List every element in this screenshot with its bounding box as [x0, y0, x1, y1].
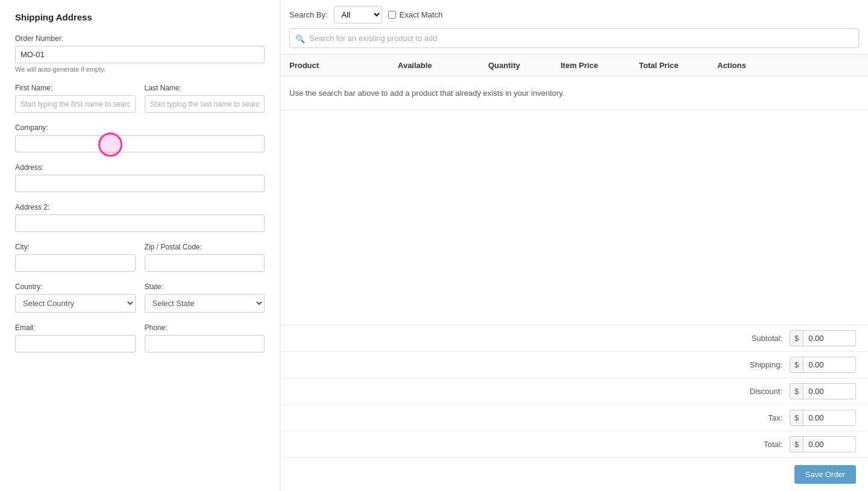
email-input[interactable] [15, 335, 136, 352]
product-table: Product Available Quantity Item Price To… [280, 55, 868, 325]
save-order-row: Save Order [280, 458, 868, 491]
col-product: Product [289, 61, 398, 70]
subtotal-dollar: $ [790, 331, 804, 346]
shipping-address-panel: Shipping Address Order Number: We will a… [0, 0, 280, 491]
col-item-price: Item Price [561, 61, 639, 70]
auto-generate-hint: We will auto-generate if empty. [15, 66, 265, 73]
search-by-label: Search By: [289, 10, 328, 19]
totals-section: Subtotal: $ Shipping: $ Discount: $ Tax:… [280, 325, 868, 491]
save-order-button[interactable]: Save Order [794, 465, 856, 484]
first-name-input[interactable] [15, 95, 136, 113]
state-label: State: [145, 283, 265, 291]
order-number-group: Order Number: We will auto-generate if e… [15, 34, 265, 73]
country-group: Country: Select Country [15, 283, 136, 313]
tax-row: Tax: $ [280, 405, 868, 431]
phone-input[interactable] [145, 335, 265, 352]
discount-input-group: $ [790, 383, 856, 399]
product-panel: Search By: All Exact Match 🔍 Product Ava… [280, 0, 868, 491]
first-name-label: First Name: [15, 84, 136, 92]
shipping-label: Shipping: [734, 360, 782, 369]
product-search-container: 🔍 [289, 28, 859, 48]
address-input[interactable] [15, 175, 265, 192]
search-by-select[interactable]: All [334, 6, 382, 23]
col-total-price: Total Price [639, 61, 717, 70]
shipping-input-group: $ [790, 357, 856, 373]
email-phone-row: Email: Phone: [15, 324, 265, 363]
email-group: Email: [15, 324, 136, 352]
shipping-dollar: $ [790, 357, 804, 372]
exact-match-checkbox[interactable] [388, 11, 396, 19]
total-input[interactable] [804, 437, 846, 452]
city-input[interactable] [15, 254, 136, 272]
total-row: Total: $ [280, 431, 868, 458]
exact-match-row: Exact Match [388, 10, 443, 19]
discount-row: Discount: $ [280, 378, 868, 405]
total-input-group: $ [790, 436, 856, 452]
subtotal-input[interactable] [804, 331, 846, 346]
company-group: Company: [15, 124, 265, 152]
panel-title: Shipping Address [15, 12, 265, 22]
order-number-input[interactable] [15, 46, 265, 63]
phone-group: Phone: [145, 324, 265, 352]
address-label: Address: [15, 163, 265, 172]
city-label: City: [15, 243, 136, 251]
col-actions: Actions [717, 61, 796, 70]
subtotal-row: Subtotal: $ [280, 325, 868, 352]
state-group: State: Select State [145, 283, 265, 313]
address2-label: Address 2: [15, 203, 265, 211]
zip-input[interactable] [145, 254, 265, 272]
search-by-row: Search By: All Exact Match [289, 6, 859, 23]
address2-group: Address 2: [15, 203, 265, 232]
discount-label: Discount: [734, 387, 782, 396]
email-label: Email: [15, 324, 136, 332]
search-toolbar: Search By: All Exact Match 🔍 [280, 0, 868, 55]
company-label: Company: [15, 124, 265, 132]
zip-label: Zip / Postal Code: [145, 243, 265, 251]
col-quantity: Quantity [488, 61, 561, 70]
last-name-group: Last Name: [145, 84, 265, 113]
total-dollar: $ [790, 437, 804, 452]
shipping-input[interactable] [804, 357, 846, 372]
city-zip-row: City: Zip / Postal Code: [15, 243, 265, 283]
last-name-input[interactable] [145, 95, 265, 113]
tax-input[interactable] [804, 410, 846, 425]
total-label: Total: [734, 440, 782, 449]
subtotal-label: Subtotal: [734, 334, 782, 343]
last-name-label: Last Name: [145, 84, 265, 92]
product-search-input[interactable] [289, 28, 859, 48]
shipping-row: Shipping: $ [280, 352, 868, 378]
subtotal-input-group: $ [790, 330, 856, 346]
address2-input[interactable] [15, 214, 265, 232]
phone-label: Phone: [145, 324, 265, 332]
first-name-group: First Name: [15, 84, 136, 113]
search-icon: 🔍 [295, 34, 305, 43]
tax-dollar: $ [790, 410, 804, 425]
country-label: Country: [15, 283, 136, 291]
order-number-label: Order Number: [15, 34, 265, 43]
table-empty-message: Use the search bar above to add a produc… [280, 77, 868, 110]
exact-match-label: Exact Match [400, 10, 443, 19]
name-row: First Name: Last Name: [15, 84, 265, 124]
discount-input[interactable] [804, 384, 846, 399]
col-available: Available [398, 61, 488, 70]
tax-label: Tax: [734, 413, 782, 422]
address-group: Address: [15, 163, 265, 192]
state-select[interactable]: Select State [145, 294, 265, 313]
table-header: Product Available Quantity Item Price To… [280, 55, 868, 77]
tax-input-group: $ [790, 410, 856, 426]
city-group: City: [15, 243, 136, 272]
country-state-row: Country: Select Country State: Select St… [15, 283, 265, 324]
country-select[interactable]: Select Country [15, 294, 136, 313]
zip-group: Zip / Postal Code: [145, 243, 265, 272]
discount-dollar: $ [790, 384, 804, 399]
company-input[interactable] [15, 135, 265, 152]
